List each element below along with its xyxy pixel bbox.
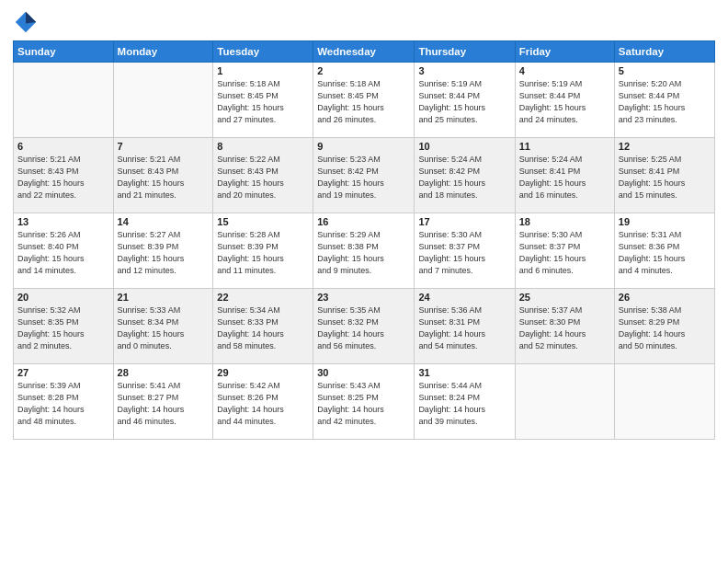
svg-marker-1 — [26, 12, 36, 24]
day-number: 4 — [519, 65, 610, 76]
weekday-header-row: SundayMondayTuesdayWednesdayThursdayFrid… — [14, 41, 715, 63]
day-info: Sunrise: 5:34 AM Sunset: 8:33 PM Dayligh… — [217, 304, 309, 352]
day-number: 14 — [118, 216, 210, 227]
day-cell: 8Sunrise: 5:22 AM Sunset: 8:43 PM Daylig… — [213, 138, 313, 213]
day-cell: 15Sunrise: 5:28 AM Sunset: 8:39 PM Dayli… — [213, 213, 313, 289]
day-number: 6 — [17, 141, 109, 152]
day-number: 30 — [317, 367, 410, 378]
day-info: Sunrise: 5:44 AM Sunset: 8:24 PM Dayligh… — [418, 380, 510, 428]
week-row-2: 6Sunrise: 5:21 AM Sunset: 8:43 PM Daylig… — [14, 138, 715, 213]
day-cell: 3Sunrise: 5:19 AM Sunset: 8:44 PM Daylig… — [415, 63, 515, 138]
weekday-sunday: Sunday — [14, 41, 114, 63]
day-cell: 16Sunrise: 5:29 AM Sunset: 8:38 PM Dayli… — [313, 213, 415, 289]
day-info: Sunrise: 5:33 AM Sunset: 8:34 PM Dayligh… — [118, 304, 210, 352]
day-info: Sunrise: 5:42 AM Sunset: 8:26 PM Dayligh… — [217, 380, 309, 428]
day-cell: 18Sunrise: 5:30 AM Sunset: 8:37 PM Dayli… — [515, 213, 614, 289]
day-cell: 29Sunrise: 5:42 AM Sunset: 8:26 PM Dayli… — [213, 364, 313, 440]
day-number: 8 — [217, 141, 309, 152]
day-info: Sunrise: 5:23 AM Sunset: 8:42 PM Dayligh… — [317, 154, 410, 201]
day-cell — [14, 63, 114, 138]
day-info: Sunrise: 5:26 AM Sunset: 8:40 PM Dayligh… — [17, 229, 109, 277]
day-cell: 24Sunrise: 5:36 AM Sunset: 8:31 PM Dayli… — [415, 289, 515, 364]
day-number: 19 — [619, 216, 711, 227]
day-cell: 11Sunrise: 5:24 AM Sunset: 8:41 PM Dayli… — [515, 138, 614, 213]
day-cell: 17Sunrise: 5:30 AM Sunset: 8:37 PM Dayli… — [415, 213, 515, 289]
day-info: Sunrise: 5:39 AM Sunset: 8:28 PM Dayligh… — [17, 380, 109, 428]
day-number: 7 — [118, 141, 210, 152]
day-number: 11 — [519, 141, 610, 152]
day-number: 31 — [418, 367, 510, 378]
day-cell: 23Sunrise: 5:35 AM Sunset: 8:32 PM Dayli… — [313, 289, 415, 364]
day-number: 5 — [619, 65, 711, 76]
day-info: Sunrise: 5:25 AM Sunset: 8:41 PM Dayligh… — [619, 154, 711, 201]
day-cell: 25Sunrise: 5:37 AM Sunset: 8:30 PM Dayli… — [515, 289, 614, 364]
day-cell: 6Sunrise: 5:21 AM Sunset: 8:43 PM Daylig… — [14, 138, 114, 213]
day-cell: 14Sunrise: 5:27 AM Sunset: 8:39 PM Dayli… — [113, 213, 213, 289]
day-cell — [614, 364, 714, 440]
day-info: Sunrise: 5:21 AM Sunset: 8:43 PM Dayligh… — [17, 154, 109, 201]
week-row-3: 13Sunrise: 5:26 AM Sunset: 8:40 PM Dayli… — [14, 213, 715, 289]
day-cell: 5Sunrise: 5:20 AM Sunset: 8:44 PM Daylig… — [614, 63, 714, 138]
day-number: 24 — [418, 292, 510, 303]
day-info: Sunrise: 5:35 AM Sunset: 8:32 PM Dayligh… — [317, 304, 410, 352]
day-number: 15 — [217, 216, 309, 227]
day-number: 28 — [118, 367, 210, 378]
logo — [13, 9, 42, 35]
day-info: Sunrise: 5:24 AM Sunset: 8:41 PM Dayligh… — [519, 154, 610, 201]
day-cell: 20Sunrise: 5:32 AM Sunset: 8:35 PM Dayli… — [14, 289, 114, 364]
day-number: 17 — [418, 216, 510, 227]
day-number: 25 — [519, 292, 610, 303]
weekday-friday: Friday — [515, 41, 614, 63]
day-cell: 10Sunrise: 5:24 AM Sunset: 8:42 PM Dayli… — [415, 138, 515, 213]
day-number: 18 — [519, 216, 610, 227]
day-info: Sunrise: 5:21 AM Sunset: 8:43 PM Dayligh… — [118, 154, 210, 201]
day-info: Sunrise: 5:28 AM Sunset: 8:39 PM Dayligh… — [217, 229, 309, 277]
day-number: 3 — [418, 65, 510, 76]
day-info: Sunrise: 5:29 AM Sunset: 8:38 PM Dayligh… — [317, 229, 410, 277]
day-cell: 31Sunrise: 5:44 AM Sunset: 8:24 PM Dayli… — [415, 364, 515, 440]
day-info: Sunrise: 5:38 AM Sunset: 8:29 PM Dayligh… — [619, 304, 711, 352]
day-info: Sunrise: 5:37 AM Sunset: 8:30 PM Dayligh… — [519, 304, 610, 352]
day-cell: 13Sunrise: 5:26 AM Sunset: 8:40 PM Dayli… — [14, 213, 114, 289]
day-info: Sunrise: 5:19 AM Sunset: 8:44 PM Dayligh… — [418, 78, 510, 126]
weekday-monday: Monday — [113, 41, 213, 63]
week-row-5: 27Sunrise: 5:39 AM Sunset: 8:28 PM Dayli… — [14, 364, 715, 440]
day-info: Sunrise: 5:31 AM Sunset: 8:36 PM Dayligh… — [619, 229, 711, 277]
day-number: 20 — [17, 292, 109, 303]
weekday-tuesday: Tuesday — [213, 41, 313, 63]
day-info: Sunrise: 5:43 AM Sunset: 8:25 PM Dayligh… — [317, 380, 410, 428]
day-cell: 21Sunrise: 5:33 AM Sunset: 8:34 PM Dayli… — [113, 289, 213, 364]
day-cell: 2Sunrise: 5:18 AM Sunset: 8:45 PM Daylig… — [313, 63, 415, 138]
day-info: Sunrise: 5:18 AM Sunset: 8:45 PM Dayligh… — [317, 78, 410, 126]
day-cell: 4Sunrise: 5:19 AM Sunset: 8:44 PM Daylig… — [515, 63, 614, 138]
day-number: 13 — [17, 216, 109, 227]
weekday-saturday: Saturday — [614, 41, 714, 63]
day-info: Sunrise: 5:18 AM Sunset: 8:45 PM Dayligh… — [217, 78, 309, 126]
day-info: Sunrise: 5:20 AM Sunset: 8:44 PM Dayligh… — [619, 78, 711, 126]
day-cell: 7Sunrise: 5:21 AM Sunset: 8:43 PM Daylig… — [113, 138, 213, 213]
day-info: Sunrise: 5:24 AM Sunset: 8:42 PM Dayligh… — [418, 154, 510, 201]
day-number: 23 — [317, 292, 410, 303]
day-cell: 12Sunrise: 5:25 AM Sunset: 8:41 PM Dayli… — [614, 138, 714, 213]
day-cell — [113, 63, 213, 138]
day-number: 21 — [118, 292, 210, 303]
week-row-4: 20Sunrise: 5:32 AM Sunset: 8:35 PM Dayli… — [14, 289, 715, 364]
day-number: 16 — [317, 216, 410, 227]
day-info: Sunrise: 5:19 AM Sunset: 8:44 PM Dayligh… — [519, 78, 610, 126]
day-cell: 27Sunrise: 5:39 AM Sunset: 8:28 PM Dayli… — [14, 364, 114, 440]
day-cell: 26Sunrise: 5:38 AM Sunset: 8:29 PM Dayli… — [614, 289, 714, 364]
day-number: 26 — [619, 292, 711, 303]
day-info: Sunrise: 5:36 AM Sunset: 8:31 PM Dayligh… — [418, 304, 510, 352]
day-info: Sunrise: 5:27 AM Sunset: 8:39 PM Dayligh… — [118, 229, 210, 277]
day-cell: 19Sunrise: 5:31 AM Sunset: 8:36 PM Dayli… — [614, 213, 714, 289]
day-info: Sunrise: 5:22 AM Sunset: 8:43 PM Dayligh… — [217, 154, 309, 201]
calendar: SundayMondayTuesdayWednesdayThursdayFrid… — [13, 40, 715, 440]
week-row-1: 1Sunrise: 5:18 AM Sunset: 8:45 PM Daylig… — [14, 63, 715, 138]
day-cell: 28Sunrise: 5:41 AM Sunset: 8:27 PM Dayli… — [113, 364, 213, 440]
day-info: Sunrise: 5:30 AM Sunset: 8:37 PM Dayligh… — [418, 229, 510, 277]
logo-icon — [13, 9, 39, 35]
page: SundayMondayTuesdayWednesdayThursdayFrid… — [0, 0, 728, 563]
day-cell: 30Sunrise: 5:43 AM Sunset: 8:25 PM Dayli… — [313, 364, 415, 440]
day-cell: 22Sunrise: 5:34 AM Sunset: 8:33 PM Dayli… — [213, 289, 313, 364]
day-number: 22 — [217, 292, 309, 303]
